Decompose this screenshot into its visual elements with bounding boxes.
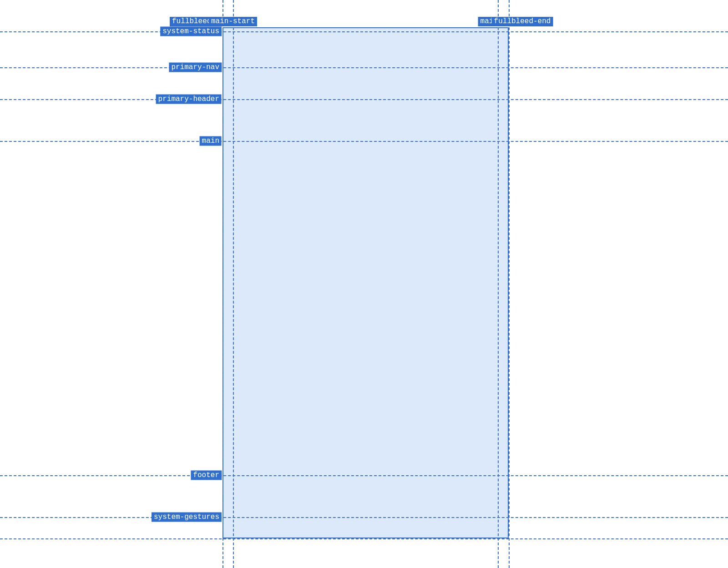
grid-frame-fill: [222, 27, 509, 538]
row-label-primary-nav: primary-nav: [169, 63, 222, 72]
row-label-footer: footer: [191, 471, 222, 480]
row-label-system-gestures: system-gestures: [152, 513, 222, 522]
row-line-system-gestures: [0, 517, 728, 518]
row-line-primary-header: [0, 99, 728, 100]
col-line-fullbleed-end: [509, 0, 510, 568]
row-line-main: [0, 141, 728, 142]
row-label-system-status: system-status: [160, 27, 222, 36]
row-line-system-status: [0, 31, 728, 32]
row-line-primary-nav: [0, 67, 728, 68]
layout-grid-diagram: fullbleed-start main-start main-end full…: [0, 0, 728, 568]
row-label-main: main: [200, 136, 222, 146]
col-label-fullbleed-end: fullbleed-end: [492, 17, 553, 26]
col-label-main-start: main-start: [209, 17, 257, 26]
row-line-footer: [0, 475, 728, 476]
row-label-primary-header: primary-header: [156, 95, 222, 104]
col-line-main-start: [233, 0, 234, 568]
col-line-main-end: [498, 0, 499, 568]
row-line-bottom: [0, 538, 728, 539]
col-line-fullbleed-start: [222, 0, 223, 568]
